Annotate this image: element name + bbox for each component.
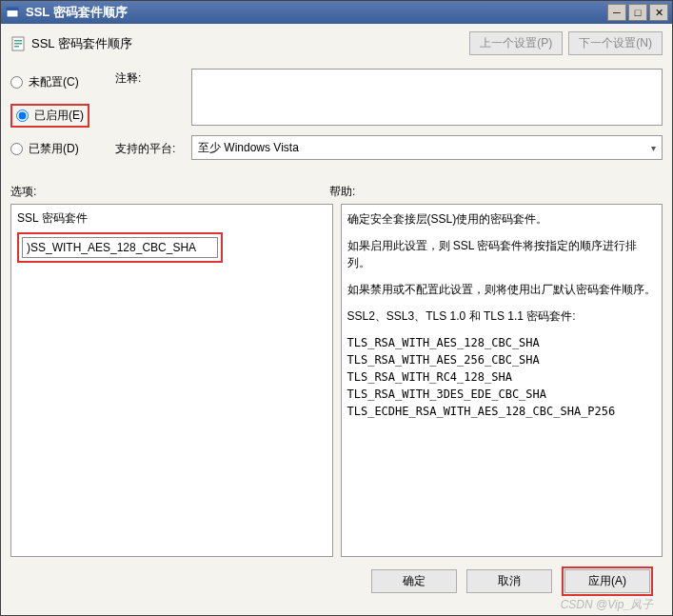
cipher-line: TLS_ECDHE_RSA_WITH_AES_128_CBC_SHA_P256 — [347, 403, 657, 420]
radio-not-configured-input[interactable] — [10, 76, 23, 89]
cancel-button[interactable]: 取消 — [466, 569, 552, 593]
fields-column: 注释: 支持的平台: 至少 Windows Vista ▾ — [115, 69, 663, 170]
platform-dropdown[interactable]: 至少 Windows Vista ▾ — [191, 135, 663, 160]
footer: 确定 取消 应用(A) — [10, 557, 663, 606]
options-label: 选项: — [10, 184, 329, 200]
header-label: SSL 密码套件顺序 — [10, 35, 469, 52]
radio-enabled-label: 已启用(E) — [34, 108, 84, 124]
cipher-line: TLS_RSA_WITH_AES_128_CBC_SHA — [347, 334, 657, 351]
enabled-highlight: 已启用(E) — [10, 104, 89, 128]
radio-enabled-input[interactable] — [16, 109, 29, 122]
comment-textarea[interactable] — [191, 69, 663, 126]
platform-value: 至少 Windows Vista — [198, 140, 299, 156]
platform-row: 支持的平台: 至少 Windows Vista ▾ — [115, 135, 663, 160]
cipher-line: TLS_RSA_WITH_3DES_EDE_CBC_SHA — [347, 386, 657, 403]
prev-setting-button[interactable]: 上一个设置(P) — [469, 31, 563, 55]
help-panel[interactable]: 确定安全套接层(SSL)使用的密码套件。 如果启用此设置，则 SSL 密码套件将… — [341, 204, 663, 557]
help-p2: 如果启用此设置，则 SSL 密码套件将按指定的顺序进行排列。 — [347, 237, 657, 271]
window-title: SSL 密码套件顺序 — [26, 4, 607, 21]
app-icon — [5, 5, 20, 20]
titlebar[interactable]: SSL 密码套件顺序 ─ □ ✕ — [1, 1, 672, 24]
cipher-list: TLS_RSA_WITH_AES_128_CBC_SHA TLS_RSA_WIT… — [347, 334, 657, 420]
help-p4: SSL2、SSL3、TLS 1.0 和 TLS 1.1 密码套件: — [347, 308, 657, 325]
radio-not-configured[interactable]: 未配置(C) — [10, 74, 115, 90]
radio-group: 未配置(C) 已启用(E) 已禁用(D) — [10, 69, 115, 170]
radio-enabled[interactable]: 已启用(E) — [16, 108, 84, 124]
help-p3: 如果禁用或不配置此设置，则将使用出厂默认密码套件顺序。 — [347, 281, 657, 298]
help-p1: 确定安全套接层(SSL)使用的密码套件。 — [347, 210, 657, 228]
window-buttons: ─ □ ✕ — [607, 4, 668, 21]
cipher-line: TLS_RSA_WITH_RC4_128_SHA — [347, 368, 657, 386]
radio-disabled-input[interactable] — [10, 143, 23, 155]
radio-disabled-label: 已禁用(D) — [29, 141, 79, 157]
options-panel[interactable]: SSL 密码套件 — [10, 204, 333, 557]
content-area: SSL 密码套件顺序 上一个设置(P) 下一个设置(N) 未配置(C) 已启用(… — [1, 24, 672, 615]
dialog-window: SSL 密码套件顺序 ─ □ ✕ SSL 密码套件顺序 上一个设置(P) 下一个… — [0, 0, 673, 616]
svg-rect-1 — [7, 8, 18, 10]
radio-disabled[interactable]: 已禁用(D) — [10, 141, 115, 157]
cipher-suite-input[interactable] — [22, 237, 218, 258]
header-row: SSL 密码套件顺序 上一个设置(P) 下一个设置(N) — [10, 31, 663, 55]
platform-label: 支持的平台: — [115, 139, 191, 157]
page-icon — [10, 36, 26, 51]
options-panel-title: SSL 密码套件 — [17, 210, 327, 227]
header-title-text: SSL 密码套件顺序 — [31, 35, 132, 52]
close-button[interactable]: ✕ — [649, 4, 668, 21]
panel-labels: 选项: 帮助: — [10, 184, 663, 200]
next-setting-button[interactable]: 下一个设置(N) — [568, 31, 663, 55]
cipher-input-highlight — [17, 232, 223, 263]
help-label: 帮助: — [329, 184, 663, 200]
minimize-button[interactable]: ─ — [607, 4, 626, 21]
radio-not-configured-label: 未配置(C) — [29, 74, 79, 90]
svg-rect-5 — [14, 46, 19, 48]
svg-rect-3 — [14, 40, 22, 42]
apply-button[interactable]: 应用(A) — [564, 569, 650, 593]
cipher-line: TLS_RSA_WITH_AES_256_CBC_SHA — [347, 351, 657, 368]
nav-buttons: 上一个设置(P) 下一个设置(N) — [469, 31, 663, 55]
comment-label: 注释: — [115, 69, 191, 87]
svg-rect-4 — [14, 43, 22, 45]
config-area: 未配置(C) 已启用(E) 已禁用(D) 注释: — [10, 69, 663, 170]
maximize-button[interactable]: □ — [628, 4, 647, 21]
chevron-down-icon: ▾ — [651, 143, 656, 153]
apply-highlight: 应用(A) — [562, 566, 653, 596]
panels: SSL 密码套件 确定安全套接层(SSL)使用的密码套件。 如果启用此设置，则 … — [10, 204, 663, 557]
comment-row: 注释: — [115, 69, 663, 126]
ok-button[interactable]: 确定 — [371, 569, 457, 593]
